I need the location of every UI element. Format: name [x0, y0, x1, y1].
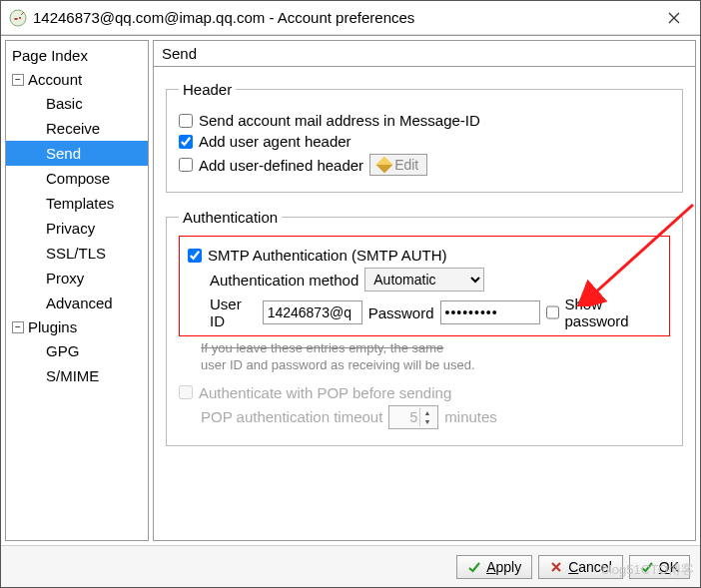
tree-item-send[interactable]: Send	[6, 141, 148, 166]
spinner-buttons: ▲ ▼	[419, 408, 433, 426]
auth-hint-line2: user ID and password as receiving will b…	[201, 357, 475, 372]
smtp-auth-highlight: SMTP Authentication (SMTP AUTH) Authenti…	[179, 236, 670, 336]
pop-before-label: Authenticate with POP before sending	[199, 384, 451, 401]
user-agent-checkbox[interactable]: Add user agent header	[179, 133, 351, 150]
authentication-legend: Authentication	[179, 209, 282, 226]
pane-title: Send	[153, 40, 696, 67]
user-defined-label: Add user-defined header	[199, 157, 363, 174]
tree-item-privacy[interactable]: Privacy	[6, 216, 148, 241]
tree-group-label: Plugins	[28, 318, 77, 335]
main-pane: Send Header	[153, 40, 696, 541]
svg-point-1	[14, 18, 18, 20]
window-title: 14246873@qq.com@imap.qq.com - Account pr…	[33, 9, 654, 26]
pop-timeout-spinner: ▲ ▼	[388, 405, 438, 429]
edit-button[interactable]: Edit	[369, 154, 427, 176]
user-defined-input[interactable]	[179, 158, 193, 172]
tree-item-basic[interactable]: Basic	[6, 91, 148, 116]
spinner-down-icon: ▼	[420, 417, 433, 426]
send-msgid-checkbox[interactable]: Send account mail address in Message-ID	[179, 112, 480, 129]
window: 14246873@qq.com@imap.qq.com - Account pr…	[0, 0, 701, 588]
page-index-tree[interactable]: Page Index − Account Basic Receive Send …	[5, 40, 149, 541]
pop-before-input	[179, 385, 193, 399]
ok-button[interactable]: OK	[629, 555, 690, 579]
tree-group-account[interactable]: − Account	[6, 68, 148, 91]
tree-item-templates[interactable]: Templates	[6, 191, 148, 216]
tree-header: Page Index	[6, 43, 148, 68]
pop-timeout-unit: minutes	[444, 408, 497, 425]
show-password-label: Show password	[565, 295, 662, 329]
userid-label: User ID	[210, 295, 257, 329]
ok-icon	[640, 560, 654, 574]
app-icon	[9, 9, 27, 27]
password-label: Password	[368, 304, 434, 321]
collapse-icon[interactable]: −	[12, 321, 24, 333]
auth-hint-line1: If you leave these entries empty, the sa…	[201, 340, 443, 355]
user-agent-input[interactable]	[179, 135, 193, 149]
send-msgid-label: Send account mail address in Message-ID	[199, 112, 480, 129]
dialog-body: Page Index − Account Basic Receive Send …	[1, 35, 700, 545]
pencil-icon	[376, 157, 393, 174]
authentication-group: Authentication SMTP Authentication (SMTP…	[166, 209, 683, 446]
tree-item-receive[interactable]: Receive	[6, 116, 148, 141]
pop-before-checkbox: Authenticate with POP before sending	[179, 384, 451, 401]
tree-item-compose[interactable]: Compose	[6, 166, 148, 191]
tree-group-label: Account	[28, 71, 82, 88]
tree-item-smime[interactable]: S/MIME	[6, 363, 148, 388]
titlebar: 14246873@qq.com@imap.qq.com - Account pr…	[1, 1, 700, 35]
close-button[interactable]	[654, 3, 694, 33]
smtp-auth-label: SMTP Authentication (SMTP AUTH)	[208, 247, 447, 264]
user-defined-checkbox[interactable]: Add user-defined header	[179, 157, 363, 174]
cancel-button[interactable]: Cancel	[538, 555, 623, 579]
tree-item-advanced[interactable]: Advanced	[6, 291, 148, 315]
ok-rest: K	[670, 559, 679, 575]
check-icon	[467, 560, 481, 574]
cancel-icon	[549, 560, 563, 574]
show-password-checkbox[interactable]: Show password	[546, 295, 662, 329]
cancel-mnemonic: C	[568, 559, 578, 575]
auth-hint: If you leave these entries empty, the sa…	[201, 340, 670, 374]
smtp-auth-input[interactable]	[188, 249, 202, 263]
show-password-input[interactable]	[546, 305, 559, 319]
collapse-icon[interactable]: −	[12, 74, 24, 86]
auth-method-label: Authentication method	[210, 272, 358, 289]
ok-mnemonic: O	[659, 559, 670, 575]
cancel-rest: ancel	[578, 559, 611, 575]
auth-method-select[interactable]: Automatic	[364, 268, 484, 292]
spinner-up-icon: ▲	[420, 408, 433, 417]
svg-point-2	[19, 17, 21, 19]
password-input[interactable]	[440, 300, 540, 324]
dialog-button-bar: Apply Cancel OK	[1, 545, 700, 587]
send-msgid-input[interactable]	[179, 114, 193, 128]
header-group: Header Send account mail address in Mess…	[166, 81, 683, 193]
user-agent-label: Add user agent header	[199, 133, 351, 150]
apply-button[interactable]: Apply	[456, 555, 532, 579]
pop-timeout-input	[389, 409, 419, 425]
apply-rest: pply	[495, 559, 521, 575]
tree-group-plugins[interactable]: − Plugins	[6, 315, 148, 338]
pop-timeout-label: POP authentication timeout	[201, 408, 382, 425]
edit-button-label: Edit	[394, 157, 418, 173]
userid-input[interactable]	[263, 300, 362, 324]
tree-item-gpg[interactable]: GPG	[6, 338, 148, 363]
close-icon	[668, 12, 680, 24]
smtp-auth-checkbox[interactable]: SMTP Authentication (SMTP AUTH)	[188, 247, 447, 264]
tree-item-proxy[interactable]: Proxy	[6, 266, 148, 291]
tree-item-ssltls[interactable]: SSL/TLS	[6, 241, 148, 266]
header-legend: Header	[179, 81, 236, 98]
pane-body: Header Send account mail address in Mess…	[153, 67, 696, 541]
